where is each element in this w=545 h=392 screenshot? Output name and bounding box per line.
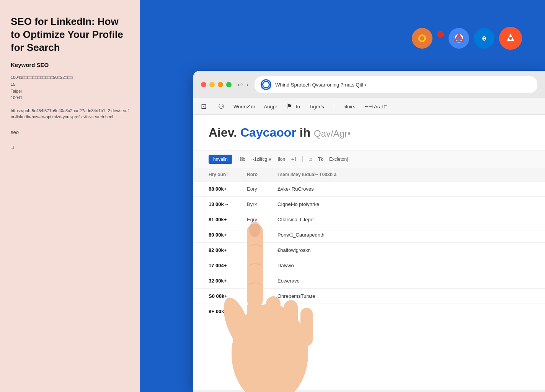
sub-item-6[interactable]: Excietonj — [329, 157, 348, 162]
back-button[interactable]: ↩ — [238, 81, 243, 88]
zoom-button[interactable] — [218, 82, 223, 87]
table-row[interactable]: 8F 00k+ — [193, 304, 545, 319]
kd-0: Eory — [247, 186, 277, 192]
divider — [334, 103, 334, 110]
table-row[interactable]: 81 00k+ Egry CIIarsinal LJeper — [193, 212, 545, 227]
chrome-icon — [449, 28, 469, 49]
toolbar-item-tiger[interactable]: Tiger↘ — [309, 104, 325, 109]
toolbar-label-aral: ⊢⊣ Aral □ — [364, 104, 387, 109]
address-bar[interactable]: Whind Sprotech Qvsarroning ?rnats Qitl › — [255, 76, 537, 93]
sub-item-4[interactable]: □ — [309, 157, 312, 162]
meta-line-1: 10041□□□□□□□□□□□□50□22□□□ — [11, 74, 129, 81]
hnvalin-button[interactable]: hnvalin — [209, 155, 232, 164]
browser-logo — [261, 79, 271, 90]
browser-titlebar: ↩ › Whind Sprotech Qvsarroning ?rnats Qi… — [193, 71, 545, 98]
tag-seo: seo — [11, 129, 129, 135]
vol-8: 8F 00k+ — [209, 309, 247, 314]
toolbar-item-worm[interactable]: Worm✓di — [233, 104, 255, 109]
forward-button[interactable]: › — [246, 81, 248, 88]
keyword-2: CIIarsinal LJeper — [277, 217, 530, 222]
title-part-1: Aiev. — [209, 126, 240, 139]
page-title: Aiev. Caycaoor ih Qav/Agr• — [209, 126, 530, 140]
table-row[interactable]: 13 00k→ Byr× CIgneI-lo ptolynrke — [193, 197, 545, 212]
sub-item-3[interactable]: ↵! — [291, 157, 296, 162]
keyword-5: Dalywo — [277, 263, 530, 268]
toolbar-item-1[interactable]: ⚇ — [218, 102, 224, 111]
toolbar-item-augpr[interactable]: Augpr — [264, 104, 277, 109]
title-part-2: Caycaoor — [240, 126, 296, 139]
svg-text:e: e — [482, 34, 486, 42]
browser-icons: e — [412, 27, 522, 50]
keyword-6: Eowerave — [277, 278, 530, 284]
vol-7: S0 00k+ — [209, 293, 247, 299]
col-header-kd: Roro — [247, 172, 277, 177]
vol-4: 82 00k+ — [209, 247, 247, 253]
table-row[interactable]: 80 00k+ By|g Ponw□_Caurapednth — [193, 227, 545, 243]
toolbar-item-te[interactable]: ⚑ To — [286, 102, 300, 111]
article-url: https://pub-5c454f571b8e40a3a2aad27ade84… — [11, 108, 129, 120]
keyword-label: Keyword SEO — [11, 62, 129, 68]
toolbar-label-worm: Worm✓di — [233, 104, 255, 109]
toolbar-item-nloirs[interactable]: nloirs — [343, 104, 355, 109]
svg-point-2 — [420, 36, 424, 41]
title-part-4: Qav/Agr• — [314, 128, 351, 139]
sub-item-5[interactable]: Tk — [318, 157, 323, 162]
toolbar-label-augpr: Augpr — [264, 104, 277, 109]
vol-6: 32 00k+ — [209, 278, 247, 284]
sub-divider — [302, 156, 303, 162]
table-row[interactable]: 82 00k+ Bury €halfowigrosxn — [193, 243, 545, 258]
kd-3: By|g — [247, 232, 277, 238]
keyword-1: CIgneI-lo ptolynrke — [277, 201, 530, 207]
sub-item-0[interactable]: ls̃lb — [238, 157, 245, 162]
toolbar-icon-1: ⚇ — [218, 102, 224, 111]
dot-icon — [437, 31, 444, 38]
table-row[interactable]: 17 004+ Rylg Dalywo — [193, 258, 545, 273]
col-header-vol: Hry oun⊤ — [209, 172, 247, 177]
sub-toolbar: hnvalin ls̃lb ~1zlifcg ∨ lion ↵! □ Tk Ex… — [193, 151, 545, 168]
keyword-7: OhrepemsTurare — [277, 293, 530, 299]
keyword-4: €halfowigrosxn — [277, 247, 530, 253]
browser-window: ↩ › Whind Sprotech Qvsarroning ?rnats Qi… — [193, 71, 545, 392]
nav-controls: ↩ › — [238, 81, 248, 88]
left-panel: SEO for LinkedIn: How to Optimize Your P… — [0, 0, 140, 392]
kd-2: Egry — [247, 217, 277, 222]
meta-line-3: Taipei — [11, 88, 129, 95]
table-row[interactable]: 68 00k+ Eory Δvke› RuCroves — [193, 181, 545, 197]
firefox-icon — [412, 28, 432, 49]
meta-line-2: 15 — [11, 81, 129, 88]
toolbar-label-te: To — [295, 104, 300, 109]
vol-0: 68 00k+ — [209, 186, 247, 192]
flag-icon: ⚑ — [286, 102, 292, 111]
brave-icon — [499, 27, 522, 50]
vol-3: 80 00k+ — [209, 232, 247, 238]
tag-2: □ — [11, 144, 129, 150]
table-row[interactable]: S0 00k+ Nilly OhrepemsTurare — [193, 289, 545, 304]
minimize-button[interactable] — [209, 82, 215, 87]
toolbar-item-0[interactable]: ⊡ — [201, 102, 209, 111]
sub-item-2[interactable]: lion — [278, 157, 285, 162]
kd-1: Byr× — [247, 201, 277, 207]
right-panel: e ↩ › — [140, 0, 545, 392]
toolbar-item-aral[interactable]: ⊢⊣ Aral □ — [364, 104, 387, 109]
data-table: 68 00k+ Eory Δvke› RuCroves 13 00k→ Byr×… — [193, 181, 545, 319]
fullscreen-button[interactable] — [226, 82, 232, 87]
kd-5: Rylg — [247, 263, 277, 268]
traffic-lights — [201, 82, 232, 87]
browser-content: Aiev. Caycaoor ih Qav/Agr• hnvalin ls̃lb… — [193, 115, 545, 390]
table-row[interactable]: 32 00k+ Bory Eowerave — [193, 273, 545, 289]
kd-7: Nilly — [247, 293, 277, 299]
kd-6: Bory — [247, 278, 277, 284]
svg-point-10 — [509, 37, 512, 40]
meta-line-4: 10041 — [11, 95, 129, 101]
edge-icon: e — [474, 28, 494, 49]
kd-4: Bury — [247, 247, 277, 253]
sub-item-1[interactable]: ~1zlifcg ∨ — [251, 157, 272, 162]
keyword-0: Δvke› RuCroves — [277, 186, 530, 192]
vol-5: 17 004+ — [209, 263, 247, 268]
article-title: SEO for LinkedIn: How to Optimize Your P… — [11, 15, 129, 54]
close-button[interactable] — [201, 82, 206, 87]
keyword-3: Ponw□_Caurapednth — [277, 232, 530, 238]
table-header: Hry oun⊤ Roro I sem IMey iudua⊢ T003b a — [193, 168, 545, 181]
page-header: Aiev. Caycaoor ih Qav/Agr• — [193, 115, 545, 151]
address-text: Whind Sprotech Qvsarroning ?rnats Qitl › — [275, 82, 531, 88]
